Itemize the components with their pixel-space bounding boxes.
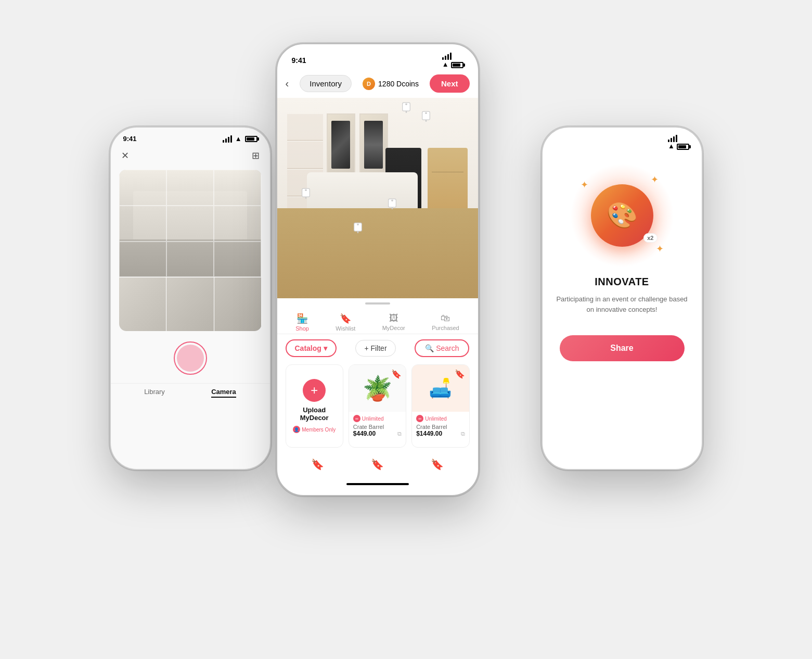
upload-label: Upload MyDecor: [290, 406, 339, 422]
kitchen-cell: [119, 170, 262, 277]
tab-camera[interactable]: Camera: [211, 388, 236, 398]
back-button[interactable]: ‹: [286, 78, 289, 90]
filter-row: Catalog ▾ + Filter 🔍 Search: [277, 334, 478, 362]
price-plant: $449.00: [353, 430, 376, 437]
grid-cell-3: [214, 277, 262, 331]
shop-icon: 🏪: [297, 313, 308, 324]
share-button[interactable]: Share: [560, 335, 685, 361]
time-left: 9:41: [123, 135, 137, 143]
filter-label: + Filter: [364, 344, 386, 352]
bottom-nav-center: 🔖 🔖 🔖: [277, 453, 478, 481]
nav-icon-1[interactable]: 🔖: [311, 458, 324, 471]
time-center: 9:41: [292, 56, 306, 65]
wifi-icon-center: ▲: [442, 60, 449, 68]
tab-wishlist-label: Wishlist: [336, 325, 355, 332]
link-icon-sofa[interactable]: ⧉: [461, 430, 465, 437]
status-icons-left: ▲: [223, 135, 257, 143]
unlimited-icon-sofa: ∞: [416, 415, 423, 422]
phone-left: 9:41 ▲ ✕ ⊞: [110, 126, 271, 470]
room-scene: [277, 98, 478, 298]
innovate-description: Participating in an event or challenge b…: [555, 294, 689, 314]
product-card-sofa[interactable]: 🔖 🛋️ ∞ Unlimited Crate Barrel $1449.00 ⧉: [411, 364, 469, 448]
phone-center: 9:41 ▲ ‹ Inventory D 1280 Dcoins Next: [276, 43, 479, 496]
product-info-plant: ∞ Unlimited Crate Barrel $449.00 ⧉: [349, 412, 406, 441]
header-center: ‹ Inventory D 1280 Dcoins Next: [277, 72, 478, 98]
status-bar-left: 9:41 ▲: [111, 128, 270, 146]
brand-sofa: Crate Barrel: [416, 424, 465, 430]
product-card-plant[interactable]: 🔖 🪴 ∞ Unlimited Crate Barrel $449.00 ⧉: [349, 364, 406, 448]
battery-icon: [245, 136, 257, 142]
room-image: [277, 98, 478, 298]
signal-icon: [223, 135, 232, 143]
brand-plant: Crate Barrel: [353, 424, 402, 430]
grid-cell-1: [119, 277, 166, 331]
phone-right: 9:41 ▲ ✦ ✦ ✦ 🎨 x2 INNOVAT: [542, 126, 703, 470]
battery-icon-center: [451, 62, 463, 68]
mydecor-icon: 🖼: [389, 313, 398, 324]
status-icons-right: ▲: [668, 135, 689, 150]
drag-bar: [365, 302, 390, 305]
next-button[interactable]: Next: [430, 74, 470, 93]
link-icon-plant[interactable]: ⧉: [397, 430, 402, 437]
price-tag-2[interactable]: [421, 111, 431, 122]
svg-point-10: [391, 199, 393, 201]
bookmark-icon-sofa[interactable]: 🔖: [455, 369, 465, 379]
x2-badge: x2: [643, 233, 657, 243]
svg-point-4: [426, 112, 428, 114]
shutter-inner: [177, 345, 204, 372]
price-sofa: $1449.00: [416, 430, 442, 437]
catalog-button[interactable]: Catalog ▾: [286, 339, 337, 357]
members-badge: 👤 Members Only: [293, 426, 336, 433]
unlimited-label-plant: Unlimited: [362, 416, 384, 422]
nav-icon-2[interactable]: 🔖: [371, 458, 384, 471]
search-button[interactable]: 🔍 Search: [415, 339, 469, 357]
battery-icon-right: [677, 144, 689, 150]
kitchen-scene: [119, 170, 262, 277]
catalog-label: Catalog: [295, 344, 321, 352]
price-tag-5[interactable]: [353, 222, 363, 234]
members-icon: 👤: [293, 426, 300, 433]
price-tag-4[interactable]: [388, 198, 397, 210]
reward-icon: 🎨: [607, 201, 638, 230]
upload-plus-icon: +: [303, 379, 326, 402]
status-icons-center: ▲: [442, 53, 463, 68]
grid-cell-2: [166, 277, 214, 331]
grid-button[interactable]: ⊞: [252, 150, 260, 161]
reward-icon-circle: 🎨 x2: [591, 184, 653, 247]
glow-circle: ✦ ✦ ✦ 🎨 x2: [570, 163, 674, 268]
svg-point-1: [405, 103, 407, 105]
sparkle-icon-tl: ✦: [581, 179, 588, 191]
wifi-icon-right: ▲: [668, 142, 675, 150]
tab-wishlist[interactable]: 🔖 Wishlist: [336, 313, 355, 332]
filter-button[interactable]: + Filter: [355, 340, 395, 357]
tab-library[interactable]: Library: [144, 388, 165, 398]
close-button[interactable]: ✕: [121, 150, 129, 161]
product-grid: + Upload MyDecor 👤 Members Only 🔖 🪴: [277, 362, 478, 453]
innovate-title: INNOVATE: [595, 276, 649, 288]
dcoin-badge: D 1280 Dcoins: [363, 78, 419, 90]
home-bar-center: [346, 483, 409, 485]
tab-shop-label: Shop: [295, 325, 309, 332]
price-tag-1[interactable]: [402, 102, 411, 113]
tab-purchased[interactable]: 🛍 Purchased: [432, 313, 459, 332]
unlimited-icon-plant: ∞: [353, 415, 360, 422]
tab-shop[interactable]: 🏪 Shop: [295, 313, 309, 332]
capture-button-area[interactable]: [111, 341, 270, 375]
status-bar-center: 9:41 ▲: [277, 44, 478, 72]
nav-icon-3[interactable]: 🔖: [431, 458, 444, 471]
photo-grid: [119, 170, 262, 331]
tab-mydecor[interactable]: 🖼 MyDecor: [382, 313, 405, 332]
unlimited-label-sofa: Unlimited: [425, 416, 447, 422]
toolbar-left: ✕ ⊞: [111, 146, 270, 166]
bottom-tabs-left: Library Camera: [111, 383, 270, 406]
signal-icon-right: [668, 135, 689, 142]
sparkle-icon-tr: ✦: [651, 174, 659, 185]
bookmark-icon-plant[interactable]: 🔖: [391, 369, 402, 379]
sparkle-icon-br: ✦: [656, 243, 664, 255]
plant-image: 🪴: [363, 374, 392, 402]
phones-container: 9:41 ▲ ✕ ⊞: [94, 43, 718, 616]
price-tag-3[interactable]: [301, 188, 311, 199]
wishlist-icon: 🔖: [340, 313, 351, 324]
upload-card[interactable]: + Upload MyDecor 👤 Members Only: [286, 364, 343, 448]
svg-point-13: [357, 223, 359, 225]
